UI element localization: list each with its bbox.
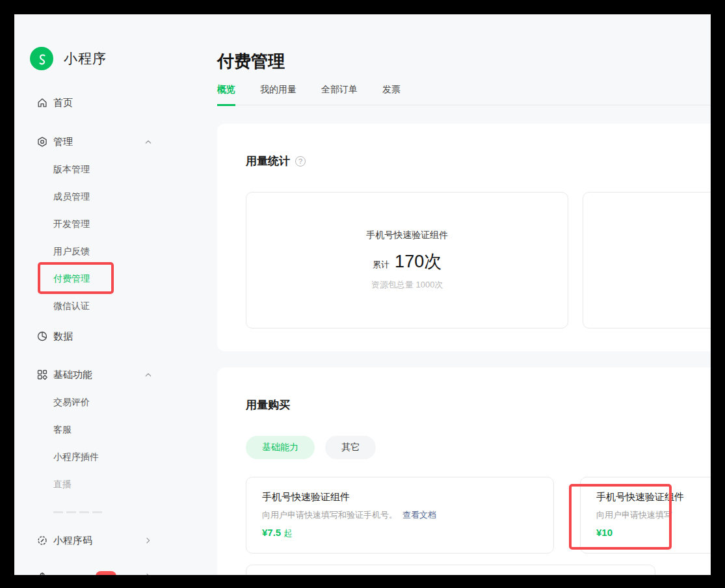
subitem-label: 用户反馈	[53, 246, 90, 258]
notification-badge	[96, 571, 116, 575]
sidebar-subitem-live[interactable]: 直播	[14, 471, 217, 498]
product-card-phone-verify: 手机号快速验证组件 向用户申请快速填写和验证手机号。查看文档 ¥7.5起 购买	[246, 477, 554, 554]
subitem-label: 直播	[53, 479, 72, 490]
sidebar-subitem-verify[interactable]: 微信认证	[14, 293, 217, 320]
subitem-label: 版本管理	[53, 164, 90, 176]
subitem-label: 客服	[53, 424, 72, 436]
sidebar-item-data[interactable]: 数据	[14, 322, 217, 351]
sidebar-item-label: 首页	[53, 97, 73, 109]
features-grid-icon	[36, 369, 48, 381]
sidebar-item-label: 管理	[53, 136, 73, 148]
usage-purchase-section: 用量购买 基础能力 其它 手机号快速验证组件 向用户申请快速填写和验证手机号。查…	[217, 368, 711, 575]
tab-bar: 概览 我的用量 全部订单 发票	[217, 84, 711, 105]
filter-other[interactable]: 其它	[325, 436, 376, 459]
home-icon	[36, 97, 48, 109]
data-pie-icon	[36, 330, 48, 342]
chevron-up-icon[interactable]	[143, 369, 153, 380]
sidebar-item-label: 基础功能	[53, 369, 92, 381]
product-name: 手机号快速验证组件	[596, 491, 711, 503]
tab-invoice[interactable]: 发票	[382, 84, 401, 106]
product-price: ¥10	[596, 527, 613, 538]
stat-name: 手机号快速验证组件	[366, 230, 448, 241]
sidebar-subitem-payment[interactable]: 付费管理	[14, 265, 217, 293]
sidebar-subitem-members[interactable]: 成员管理	[14, 183, 217, 211]
miniprogram-code-icon	[36, 535, 48, 546]
sidebar-subitem-develop[interactable]: 开发管理	[14, 211, 217, 238]
help-icon[interactable]: ?	[295, 156, 306, 167]
chevron-right-icon[interactable]	[143, 535, 153, 546]
sidebar-subitem-faded	[14, 498, 217, 526]
sidebar-subitem-feedback[interactable]: 用户反馈	[14, 238, 217, 265]
tab-my-usage[interactable]: 我的用量	[260, 84, 297, 106]
next-product-card-partial	[246, 565, 655, 575]
product-name: 手机号快速验证组件	[262, 491, 538, 503]
app-logo-row: 小程序	[30, 43, 217, 74]
stat-package-line: 资源包总量 1000次	[371, 279, 443, 291]
page-title: 付费管理	[217, 49, 711, 73]
product-desc: 向用户申请快速填写和验证手机号。	[262, 510, 397, 520]
product-card-partial: 手机号快速验证组件 向用户申请快速填写 ¥10	[580, 477, 711, 554]
filter-basic-capability[interactable]: 基础能力	[246, 436, 315, 459]
product-price-suffix: 起	[283, 528, 292, 538]
sidebar-item-manage[interactable]: 管理	[14, 127, 217, 156]
stat-package-value: 1000次	[415, 280, 443, 289]
miniprogram-logo-icon	[30, 47, 53, 70]
sidebar-subitem-service[interactable]: 客服	[14, 416, 217, 444]
sidebar-item-label: 数据	[53, 330, 73, 343]
stat-package-label: 资源包总量	[371, 280, 414, 289]
sidebar-item-minicode[interactable]: 小程序码	[14, 526, 217, 555]
chevron-right-icon[interactable]	[143, 571, 153, 575]
stat-total-label: 累计	[373, 259, 389, 271]
stat-card-partial	[583, 192, 711, 328]
sidebar-item-features[interactable]: 基础功能	[14, 360, 217, 389]
sidebar-subitem-version[interactable]: 版本管理	[14, 156, 217, 183]
usage-stats-title: 用量统计	[246, 154, 290, 168]
subitem-label: 小程序插件	[53, 451, 99, 463]
filter-pills: 基础能力 其它	[246, 436, 711, 459]
partial-icon	[36, 570, 48, 575]
subitem-label: 交易评价	[53, 397, 90, 408]
sidebar-subitem-plugins[interactable]: 小程序插件	[14, 444, 217, 471]
stat-total-value: 170次	[395, 250, 442, 273]
sidebar-item-label: 小程序码	[53, 535, 92, 547]
tab-overview[interactable]: 概览	[217, 84, 235, 106]
sidebar-subitem-trade-review[interactable]: 交易评价	[14, 389, 217, 416]
sidebar-item-partial[interactable]	[14, 562, 217, 575]
usage-stats-section: 用量统计 ? 手机号快速验证组件 累计 170次 资源包总量 1000次	[217, 124, 711, 351]
chevron-up-icon[interactable]	[143, 137, 153, 147]
subitem-label: 付费管理	[53, 273, 90, 285]
main-content: 付费管理 概览 我的用量 全部订单 发票 用量统计 ? 手机号快速验证组件 累计…	[217, 14, 711, 575]
app-title: 小程序	[64, 49, 107, 68]
view-docs-link[interactable]: 查看文档	[402, 510, 436, 520]
subitem-label: 成员管理	[53, 191, 90, 203]
manage-icon	[36, 136, 48, 148]
subitem-label: 开发管理	[53, 219, 90, 230]
tab-all-orders[interactable]: 全部订单	[321, 84, 358, 106]
product-desc: 向用户申请快速填写	[596, 510, 672, 520]
sidebar: 小程序 首页 管理 版本管理 成员管理 开发管理 用户反馈 付费管理 微信认证 …	[14, 14, 217, 575]
sidebar-item-home[interactable]: 首页	[14, 88, 217, 117]
stat-card-phone-verify: 手机号快速验证组件 累计 170次 资源包总量 1000次	[246, 192, 568, 328]
usage-purchase-title: 用量购买	[246, 397, 290, 412]
subitem-label: 微信认证	[53, 301, 90, 312]
product-price: ¥7.5	[262, 527, 281, 538]
app-window: 小程序 首页 管理 版本管理 成员管理 开发管理 用户反馈 付费管理 微信认证 …	[14, 14, 711, 575]
